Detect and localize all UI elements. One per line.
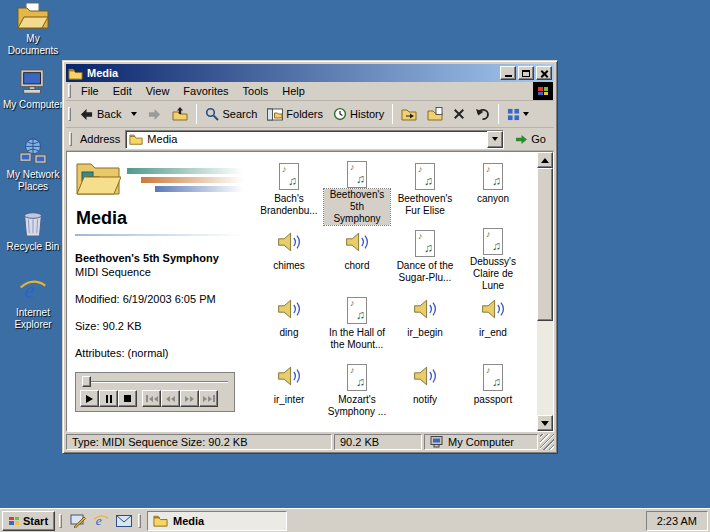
- folder-banner: [75, 156, 243, 206]
- quick-launch-grip[interactable]: [59, 514, 62, 528]
- address-input[interactable]: Media: [125, 130, 504, 149]
- desktop-icon-recycle-bin[interactable]: Recycle Bin: [2, 208, 64, 253]
- go-button[interactable]: Go: [509, 129, 552, 150]
- delete-button[interactable]: [448, 102, 470, 126]
- file-label: passport: [472, 394, 514, 406]
- file-item[interactable]: passport: [459, 359, 527, 426]
- address-dropdown-button[interactable]: [487, 131, 503, 148]
- up-button[interactable]: [167, 102, 193, 126]
- desktop-icon-label: Recycle Bin: [7, 241, 60, 253]
- midi-file-icon: [415, 230, 435, 257]
- undo-button[interactable]: [470, 102, 495, 126]
- play-button[interactable]: [80, 390, 99, 407]
- play-icon: [86, 395, 93, 403]
- menu-edit[interactable]: Edit: [106, 83, 139, 99]
- toolbar-grip[interactable]: [68, 107, 71, 121]
- menu-favorites[interactable]: Favorites: [176, 83, 235, 99]
- pause-button[interactable]: [99, 390, 118, 407]
- outlook-express-quicklaunch-icon[interactable]: [114, 511, 134, 531]
- file-item[interactable]: Mozart's Symphony ...: [323, 359, 391, 426]
- menu-tools[interactable]: Tools: [236, 83, 276, 99]
- toolbar-separator: [196, 104, 197, 124]
- arrow-down-icon: [541, 421, 549, 426]
- search-button[interactable]: Search: [200, 102, 262, 126]
- chevron-down-icon: [492, 137, 498, 141]
- file-item[interactable]: ir_inter: [255, 359, 323, 426]
- minimize-button[interactable]: [500, 66, 516, 80]
- views-button[interactable]: [502, 102, 534, 126]
- file-item[interactable]: Bach's Brandenbu...: [255, 158, 323, 225]
- file-item[interactable]: [255, 426, 323, 431]
- midi-file-icon: [415, 163, 435, 190]
- menu-view[interactable]: View: [139, 83, 177, 99]
- my-computer-small-icon: [430, 436, 444, 448]
- wav-speaker-icon: [412, 364, 438, 388]
- copy-to-button[interactable]: [422, 102, 448, 126]
- menu-grip[interactable]: [68, 84, 71, 98]
- seek-track: [82, 381, 228, 383]
- file-item[interactable]: ir_begin: [391, 292, 459, 359]
- desktop-icon-my-computer[interactable]: My Computer: [2, 68, 64, 111]
- history-button[interactable]: History: [328, 102, 389, 126]
- previous-button[interactable]: [142, 390, 161, 407]
- forward-button[interactable]: [142, 102, 167, 126]
- addressbar-grip[interactable]: [69, 132, 72, 146]
- file-item[interactable]: Beethoven's Fur Elise: [391, 158, 459, 225]
- scroll-down-button[interactable]: [537, 415, 553, 431]
- seek-thumb[interactable]: [82, 376, 91, 387]
- rewind-icon: [166, 396, 175, 402]
- back-button[interactable]: Back: [74, 102, 126, 126]
- taskbar-grip[interactable]: [138, 514, 141, 528]
- file-item[interactable]: canyon: [459, 158, 527, 225]
- file-label: Debussy's Claire de Lune: [460, 256, 526, 292]
- file-item[interactable]: [323, 426, 391, 431]
- rewind-button[interactable]: [161, 390, 180, 407]
- file-item[interactable]: Dance of the Sugar-Plu...: [391, 225, 459, 292]
- address-value: Media: [147, 133, 177, 145]
- move-to-button[interactable]: [396, 102, 422, 126]
- scrollbar-track[interactable]: [537, 168, 553, 415]
- scroll-up-button[interactable]: [537, 152, 553, 168]
- show-desktop-icon[interactable]: [68, 511, 88, 531]
- file-item[interactable]: chimes: [255, 225, 323, 292]
- stop-button[interactable]: [118, 390, 137, 407]
- file-item[interactable]: ding: [255, 292, 323, 359]
- desktop-icon-internet-explorer[interactable]: e Internet Explorer: [2, 276, 64, 331]
- seek-slider[interactable]: [82, 376, 228, 387]
- file-item[interactable]: [391, 426, 459, 431]
- file-item[interactable]: ir_end: [459, 292, 527, 359]
- banner-stripe: [127, 168, 243, 174]
- divider: [75, 234, 243, 236]
- folder-webview-panel: Media Beethoven's 5th Symphony MIDI Sequ…: [67, 152, 251, 431]
- back-dropdown-button[interactable]: [126, 102, 142, 126]
- close-button[interactable]: [536, 66, 552, 80]
- file-item[interactable]: notify: [391, 359, 459, 426]
- file-item[interactable]: Debussy's Claire de Lune: [459, 225, 527, 292]
- folder-icon: [129, 133, 143, 145]
- menu-help[interactable]: Help: [275, 83, 312, 99]
- history-clock-icon: [333, 107, 347, 121]
- fast-forward-button[interactable]: [180, 390, 199, 407]
- next-button[interactable]: [199, 390, 218, 407]
- desktop-icon-my-network-places[interactable]: My Network Places: [2, 138, 64, 193]
- wav-speaker-icon: [276, 364, 302, 388]
- desktop-icon-my-documents[interactable]: My Documents: [2, 2, 64, 57]
- scrollbar-thumb[interactable]: [537, 168, 553, 321]
- file-item[interactable]: Beethoven's 5th Symphony: [323, 158, 391, 225]
- internet-explorer-quicklaunch-icon[interactable]: e: [91, 511, 111, 531]
- start-button[interactable]: Start: [2, 511, 55, 531]
- file-item[interactable]: [459, 426, 527, 431]
- folders-button[interactable]: Folders: [262, 102, 328, 126]
- file-list: Bach's Brandenbu... Beethoven's 5th Symp…: [251, 152, 553, 431]
- file-label: In the Hall of the Mount...: [324, 327, 390, 351]
- title-bar[interactable]: Media: [66, 64, 554, 82]
- maximize-button[interactable]: [518, 66, 534, 80]
- file-item[interactable]: chord: [323, 225, 391, 292]
- file-item[interactable]: In the Hall of the Mount...: [323, 292, 391, 359]
- wav-speaker-icon: [344, 230, 370, 254]
- taskbar-media-button[interactable]: Media: [147, 511, 287, 531]
- toolbar: Back Search: [66, 101, 554, 128]
- taskbar: Start e Media: [0, 508, 710, 532]
- resize-grip[interactable]: [540, 434, 554, 450]
- menu-file[interactable]: File: [74, 83, 106, 99]
